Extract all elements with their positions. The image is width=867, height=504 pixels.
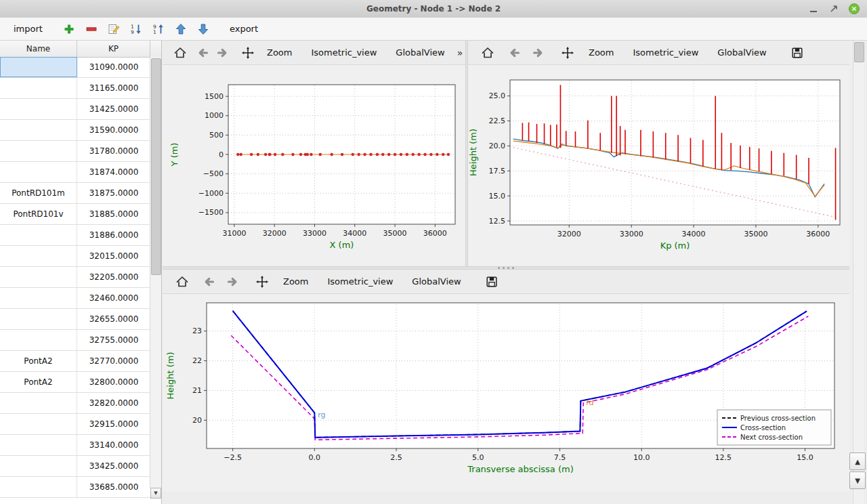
home-button[interactable]	[173, 44, 187, 62]
remove-row-button[interactable]	[83, 21, 100, 37]
table-row[interactable]: 33685.0000	[0, 477, 150, 498]
kp-cell[interactable]: 32770.0000	[77, 351, 150, 371]
table-row[interactable]: 32015.0000	[0, 246, 150, 267]
name-cell[interactable]: PontRD101m	[0, 183, 77, 203]
kp-cell[interactable]: 33685.0000	[77, 477, 150, 497]
forward-button[interactable]	[215, 44, 229, 62]
table-row[interactable]: 31886.0000	[0, 225, 150, 246]
column-header-name[interactable]: Name	[0, 41, 77, 57]
name-cell[interactable]: PontA2	[0, 372, 77, 392]
name-cell[interactable]	[0, 141, 77, 161]
kp-cell[interactable]: 33140.0000	[77, 435, 150, 455]
kp-cell[interactable]: 31780.0000	[77, 141, 150, 161]
global-view-button[interactable]: GlobalView	[405, 273, 467, 290]
name-cell[interactable]	[0, 162, 77, 182]
forward-button[interactable]	[529, 44, 547, 62]
name-cell[interactable]: PontRD101v	[0, 204, 77, 224]
save-button[interactable]	[788, 44, 806, 62]
move-up-button[interactable]	[173, 21, 189, 37]
window-scrollbar-thumb[interactable]	[854, 42, 864, 62]
long-profile-figure[interactable]: 320003300034000350003600012.515.017.520.…	[468, 65, 849, 268]
zoom-button[interactable]: Zoom	[260, 44, 299, 61]
name-cell[interactable]	[0, 246, 77, 266]
table-scrollbar[interactable]: ▼	[150, 57, 161, 488]
kp-cell[interactable]: 32915.0000	[77, 414, 150, 434]
name-cell[interactable]	[0, 393, 77, 413]
table-row[interactable]: PontRD101m31875.0000	[0, 183, 150, 204]
toolbar-overflow-button[interactable]: »	[457, 47, 463, 58]
name-cell[interactable]	[0, 330, 77, 350]
kp-cell[interactable]: 32460.0000	[77, 288, 150, 308]
table-scrollbar-thumb[interactable]	[151, 58, 161, 275]
back-button[interactable]	[196, 44, 210, 62]
table-row[interactable]: PontA232800.0000	[0, 372, 150, 393]
sort-descending-button[interactable]: 91	[150, 21, 167, 37]
name-cell[interactable]	[0, 309, 77, 329]
table-row[interactable]: PontRD101v31885.0000	[0, 204, 150, 225]
zoom-button[interactable]: Zoom	[276, 273, 315, 290]
export-button[interactable]: export	[224, 21, 263, 37]
edit-button[interactable]	[106, 21, 122, 37]
kp-cell[interactable]: 31090.0000	[77, 57, 150, 77]
global-view-button[interactable]: GlobalView	[711, 44, 773, 61]
import-button[interactable]: import	[8, 21, 48, 37]
minimize-button[interactable]	[807, 3, 820, 15]
name-cell[interactable]	[0, 57, 77, 77]
table-row[interactable]: 33425.0000	[0, 456, 150, 477]
kp-cell[interactable]: 32820.0000	[77, 393, 150, 413]
kp-cell[interactable]: 32205.0000	[77, 267, 150, 287]
kp-cell[interactable]: 31886.0000	[77, 225, 150, 245]
name-cell[interactable]: PontA2	[0, 351, 77, 371]
kp-cell[interactable]: 32755.0000	[77, 330, 150, 350]
kp-cell[interactable]: 32015.0000	[77, 246, 150, 266]
name-cell[interactable]	[0, 288, 77, 308]
sort-ascending-button[interactable]: 19	[128, 21, 144, 37]
close-button[interactable]	[848, 3, 860, 15]
add-row-button[interactable]	[61, 21, 77, 37]
table-row[interactable]: 32755.0000	[0, 330, 150, 351]
home-button[interactable]	[173, 273, 191, 291]
scroll-down-button[interactable]: ▼	[849, 471, 866, 489]
kp-cell[interactable]: 31885.0000	[77, 204, 150, 224]
global-view-button[interactable]: GlobalView	[389, 44, 451, 61]
isometric-view-button[interactable]: Isometric_view	[320, 273, 400, 290]
name-cell[interactable]	[0, 225, 77, 245]
table-row[interactable]: 31590.0000	[0, 120, 150, 141]
home-button[interactable]	[479, 44, 496, 62]
kp-cell[interactable]: 32800.0000	[77, 372, 150, 392]
kp-cell[interactable]: 31425.0000	[77, 99, 150, 119]
table-row[interactable]: 33140.0000	[0, 435, 150, 456]
kp-cell[interactable]: 33425.0000	[77, 456, 150, 476]
table-row[interactable]: PontA232770.0000	[0, 351, 150, 372]
kp-cell[interactable]: 31590.0000	[77, 120, 150, 140]
forward-button[interactable]	[224, 273, 241, 291]
save-button[interactable]	[483, 273, 501, 291]
kp-cell[interactable]: 31874.0000	[77, 162, 150, 182]
table-row[interactable]: 32205.0000	[0, 267, 150, 288]
table-scroll-down-button[interactable]: ▼	[150, 488, 161, 499]
name-cell[interactable]	[0, 267, 77, 287]
name-cell[interactable]	[0, 456, 77, 476]
zoom-button[interactable]: Zoom	[582, 44, 620, 61]
isometric-view-button[interactable]: Isometric_view	[304, 44, 383, 61]
table-row[interactable]: 31425.0000	[0, 99, 150, 120]
name-cell[interactable]	[0, 120, 77, 140]
cross-section-figure[interactable]: −2.50.02.55.07.510.012.515.020212223Tran…	[163, 294, 849, 495]
plan-view-figure[interactable]: 310003200033000340003500036000−1500−1000…	[163, 65, 465, 268]
kp-cell[interactable]: 31165.0000	[77, 78, 150, 98]
pan-button[interactable]	[241, 44, 255, 62]
table-row[interactable]: 31780.0000	[0, 141, 150, 162]
name-cell[interactable]	[0, 477, 77, 497]
isometric-view-button[interactable]: Isometric_view	[626, 44, 705, 61]
pan-button[interactable]	[253, 273, 271, 291]
restore-button[interactable]	[828, 3, 840, 15]
name-cell[interactable]	[0, 99, 77, 119]
move-down-button[interactable]	[195, 21, 211, 37]
table-row[interactable]: 31165.0000	[0, 78, 150, 99]
kp-cell[interactable]: 31875.0000	[77, 183, 150, 203]
name-cell[interactable]	[0, 78, 77, 98]
column-header-kp[interactable]: KP	[77, 41, 150, 57]
table-row[interactable]: 32915.0000	[0, 414, 150, 435]
scroll-up-button[interactable]: ▲	[849, 453, 866, 470]
table-row[interactable]: 32460.0000	[0, 288, 150, 309]
